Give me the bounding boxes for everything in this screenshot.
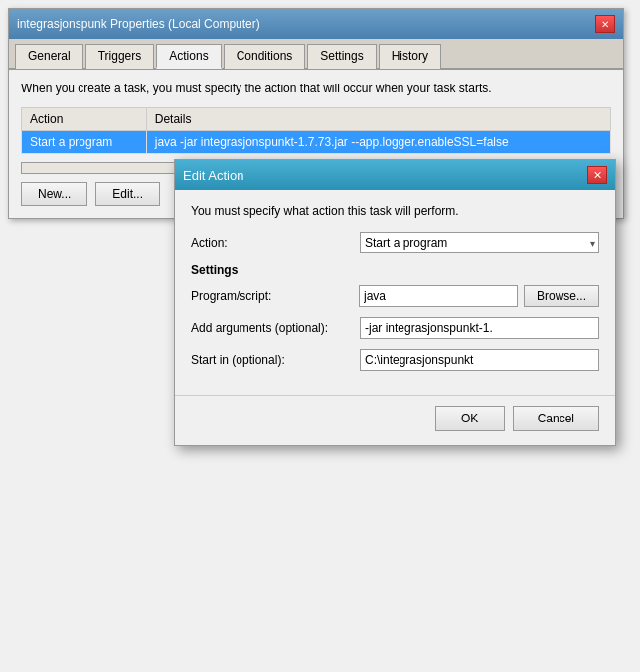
tab-conditions[interactable]: Conditions [224, 44, 306, 69]
tab-general[interactable]: General [15, 44, 83, 69]
program-input-wrap: Browse... [359, 285, 599, 307]
start-in-label: Start in (optional): [191, 353, 360, 367]
args-form-row: Add arguments (optional): [191, 317, 599, 339]
title-bar-controls: ✕ [595, 15, 615, 33]
table-cell-details: java -jar integrasjonspunkt-1.7.73.jar -… [146, 131, 610, 154]
settings-group-label: Settings [191, 263, 599, 277]
start-in-input[interactable] [360, 349, 599, 371]
action-info-text: When you create a task, you must specify… [21, 82, 611, 95]
dialog-footer: OK Cancel [175, 395, 615, 445]
new-button[interactable]: New... [21, 182, 87, 206]
program-label: Program/script: [191, 289, 359, 303]
browse-button[interactable]: Browse... [524, 285, 599, 307]
tab-actions[interactable]: Actions [156, 44, 221, 69]
args-label: Add arguments (optional): [191, 321, 360, 335]
dialog-title: Edit Action [183, 168, 243, 183]
program-form-row: Program/script: Browse... [191, 285, 599, 307]
cancel-button[interactable]: Cancel [513, 406, 599, 431]
start-in-form-row: Start in (optional): [191, 349, 599, 371]
action-select-wrapper: Start a program ▾ [360, 232, 599, 253]
tab-bar: General Triggers Actions Conditions Sett… [9, 39, 623, 70]
dialog-title-bar: Edit Action ✕ [175, 160, 615, 190]
action-form-row: Action: Start a program ▾ [191, 232, 599, 253]
ok-button[interactable]: OK [435, 406, 505, 431]
main-window-title: integrasjonspunk Properties (Local Compu… [17, 17, 260, 31]
action-select[interactable]: Start a program [360, 232, 599, 253]
tab-triggers[interactable]: Triggers [85, 44, 155, 69]
main-close-button[interactable]: ✕ [595, 15, 615, 33]
tab-settings[interactable]: Settings [307, 44, 376, 69]
program-input[interactable] [359, 285, 518, 307]
dialog-info-text: You must specify what action this task w… [191, 204, 599, 218]
table-cell-action: Start a program [22, 131, 147, 154]
settings-group: Settings Program/script: Browse... Add a… [191, 263, 599, 371]
main-title-bar: integrasjonspunk Properties (Local Compu… [9, 9, 623, 39]
col-header-action: Action [22, 108, 147, 131]
col-header-details: Details [146, 108, 610, 131]
tab-history[interactable]: History [379, 44, 441, 69]
table-row[interactable]: Start a program java -jar integrasjonspu… [22, 131, 611, 154]
action-field-label: Action: [191, 236, 360, 250]
dialog-close-button[interactable]: ✕ [587, 166, 607, 184]
edit-button[interactable]: Edit... [95, 182, 160, 206]
edit-action-dialog: Edit Action ✕ You must specify what acti… [174, 159, 616, 446]
action-table: Action Details Start a program java -jar… [21, 107, 611, 154]
args-input[interactable] [360, 317, 599, 339]
dialog-content: You must specify what action this task w… [175, 190, 615, 395]
